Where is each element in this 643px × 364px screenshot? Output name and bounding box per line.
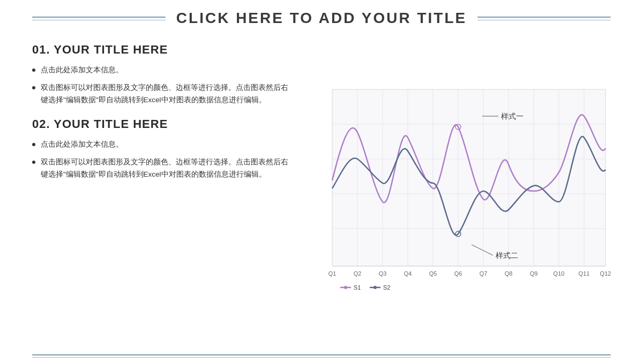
svg-rect-0 [332,89,605,266]
svg-text:Q5: Q5 [429,270,437,277]
section-block-1: 01. YOUR TITLE HERE 点击此处添加文本信息。 双击图标可以对图… [32,43,289,107]
svg-text:Q6: Q6 [454,270,462,277]
header-lines-left [32,17,166,20]
svg-text:Q9: Q9 [530,270,538,277]
bullet-dot-icon [32,161,35,164]
list-item: 双击图标可以对图表图形及文字的颜色、边框等进行选择。点击图表然后右键选择"编辑数… [32,82,289,107]
bullet-text[interactable]: 点击此处添加文本信息。 [41,64,289,77]
header-line-top-right [477,17,611,18]
text-section: 01. YOUR TITLE HERE 点击此处添加文本信息。 双击图标可以对图… [32,43,289,339]
bullet-text[interactable]: 双击图标可以对图表图形及文字的颜色、边框等进行选择。点击图表然后右键选择"编辑数… [41,156,289,181]
svg-text:Q1: Q1 [328,270,337,277]
page: CLICK HERE TO ADD YOUR TITLE 01. YOUR TI… [0,0,643,364]
footer [0,350,643,364]
list-item: 双击图标可以对图表图形及文字的颜色、边框等进行选择。点击图表然后右键选择"编辑数… [32,156,289,181]
svg-text:Q8: Q8 [505,270,513,277]
header-lines-right [477,17,611,20]
bullet-text[interactable]: 双击图标可以对图表图形及文字的颜色、边框等进行选择。点击图表然后右键选择"编辑数… [41,82,289,107]
header-line-bottom-right [477,20,611,20]
svg-text:Q7: Q7 [480,270,488,277]
section-1-bullets: 点击此处添加文本信息。 双击图标可以对图表图形及文字的颜色、边框等进行选择。点击… [32,64,289,107]
line-chart: 样式一 样式二 Q1 Q2 Q3 Q4 Q5 Q6 Q7 Q8 Q9 Q10 [311,43,611,339]
svg-text:S1: S1 [354,284,361,291]
svg-text:Q12: Q12 [600,270,611,277]
svg-text:Q4: Q4 [404,270,412,277]
section-2-title[interactable]: 02. YOUR TITLE HERE [32,117,289,131]
svg-text:Q11: Q11 [579,270,590,277]
chart-section: 样式一 样式二 Q1 Q2 Q3 Q4 Q5 Q6 Q7 Q8 Q9 Q10 [311,43,611,339]
list-item: 点击此处添加文本信息。 [32,64,289,77]
footer-line-bottom [32,357,611,358]
bullet-dot-icon [32,86,35,89]
section-1-title[interactable]: 01. YOUR TITLE HERE [32,43,289,57]
chart-container[interactable]: 样式一 样式二 Q1 Q2 Q3 Q4 Q5 Q6 Q7 Q8 Q9 Q10 [311,43,611,339]
svg-text:样式一: 样式一 [501,112,524,120]
section-block-2: 02. YOUR TITLE HERE 点击此处添加文本信息。 双击图标可以对图… [32,117,289,181]
svg-text:S2: S2 [383,284,390,291]
bullet-text[interactable]: 点击此处添加文本信息。 [41,139,289,151]
svg-text:样式二: 样式二 [496,251,518,260]
bullet-dot-icon [32,143,35,146]
footer-line-top [32,354,611,355]
list-item: 点击此处添加文本信息。 [32,139,289,151]
header: CLICK HERE TO ADD YOUR TITLE [0,0,643,32]
bullet-dot-icon [32,69,35,72]
svg-text:Q3: Q3 [379,270,387,277]
svg-text:Q2: Q2 [354,270,362,277]
header-line-top-left [32,17,166,18]
main-content: 01. YOUR TITLE HERE 点击此处添加文本信息。 双击图标可以对图… [0,32,643,350]
page-title[interactable]: CLICK HERE TO ADD YOUR TITLE [176,10,467,27]
svg-point-41 [373,286,377,289]
svg-text:Q10: Q10 [554,270,565,277]
svg-point-38 [344,286,347,289]
header-line-bottom-left [32,20,166,20]
section-2-bullets: 点击此处添加文本信息。 双击图标可以对图表图形及文字的颜色、边框等进行选择。点击… [32,139,289,181]
